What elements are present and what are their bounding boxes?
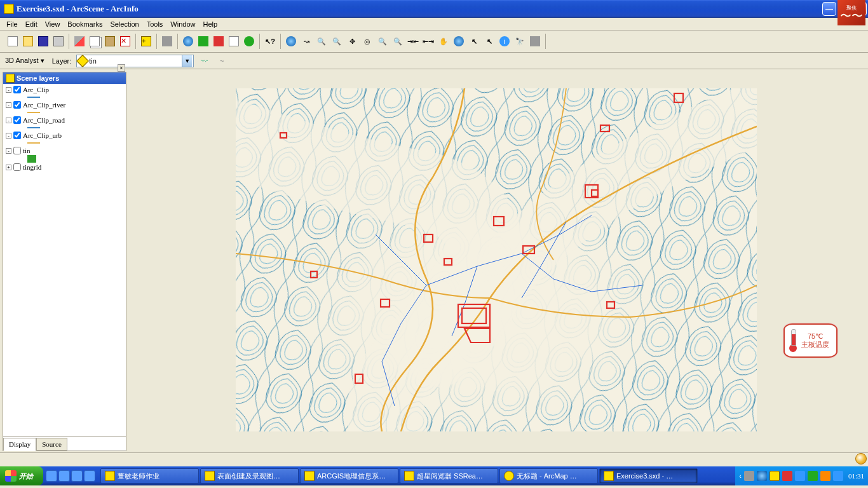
toc-layer-row[interactable]: -Arc_Clip_road (4, 116, 125, 125)
toc-layer-row[interactable]: -Arc_Clip_river (4, 100, 125, 109)
toc-close-button[interactable]: × (118, 64, 125, 72)
3d-green-button[interactable] (196, 34, 210, 48)
taskbar-item[interactable]: 超星阅览器 SSRea… (400, 468, 498, 484)
toc-tab-source[interactable]: Source (36, 438, 67, 451)
layer-checkbox[interactable] (13, 101, 21, 109)
fly-button[interactable]: ↝ (299, 34, 313, 48)
scene-viewport[interactable]: 75℃ 主板温度 (128, 69, 868, 452)
quick-launch-desktop-icon[interactable] (58, 470, 70, 482)
tray-icon-4[interactable] (782, 471, 792, 481)
menu-bookmarks[interactable]: Bookmarks (64, 19, 106, 29)
taskbar-item[interactable]: Exercise3.sxd - … (599, 468, 698, 484)
system-tray: ‹ 01:31 (735, 466, 868, 485)
copy-button[interactable] (88, 34, 102, 48)
scene-layers-icon (6, 74, 15, 83)
zoom-out-button[interactable]: 🔍 (330, 34, 344, 48)
select-features-button[interactable]: ↖ (482, 34, 496, 48)
scene-properties-button[interactable] (160, 34, 174, 48)
full-extent-button[interactable] (452, 34, 466, 48)
zoom-in-fixed-button[interactable]: 🔍 (376, 34, 390, 48)
3d-red-button[interactable] (212, 34, 226, 48)
layer-name: Arc_Clip_road (23, 116, 65, 124)
tray-icon-1[interactable] (744, 471, 754, 481)
navigate-button[interactable] (284, 34, 298, 48)
tray-volume-icon[interactable] (833, 471, 843, 481)
toc-layer-row[interactable]: -Arc_Clip (4, 85, 125, 94)
toc-panel: × Scene layers -Arc_Clip-Arc_Clip_river-… (3, 72, 126, 451)
layer-checkbox[interactable] (13, 147, 21, 154)
toc-layer-row[interactable]: -tin (4, 146, 125, 155)
zoom-out-fixed-button[interactable]: 🔍 (391, 34, 405, 48)
expand-toggle[interactable]: - (6, 148, 11, 154)
layer-name: Arc_Clip (23, 86, 49, 93)
quick-launch-icon-3[interactable] (71, 470, 83, 482)
taskbar-item[interactable]: ARCGIS地理信息系… (300, 468, 398, 484)
chevron-down-icon[interactable]: ▼ (182, 55, 192, 67)
tray-icon-3[interactable] (770, 471, 780, 481)
layer-legend-swatch (27, 140, 125, 146)
menu-window[interactable]: Window (166, 19, 199, 29)
layer-combobox[interactable]: tin ▼ (76, 55, 194, 67)
minimize-button[interactable]: — (822, 2, 836, 16)
menu-file[interactable]: File (3, 19, 22, 29)
toolbar-main: ✕ + ↖? ↝ 🔍 🔍 ✥ ◎ 🔍 🔍 ⇥⇤ ⇤⇥ ✋ ↖ ↖ i 🔭 (0, 30, 868, 53)
taskbar-item[interactable]: 董敏老师作业 (100, 468, 199, 484)
find-button[interactable]: 🔭 (513, 34, 527, 48)
tray-icon-6[interactable] (808, 471, 818, 481)
expand-toggle[interactable]: - (6, 133, 11, 139)
taskbar: 开始 董敏老师作业表面创建及景观图…ARCGIS地理信息系…超星阅览器 SSRe… (0, 466, 868, 485)
geoprocessing-button[interactable] (242, 34, 256, 48)
identify-button[interactable]: i (498, 34, 512, 48)
layer-checkbox[interactable] (13, 86, 21, 93)
pan-button[interactable]: ✋ (437, 34, 451, 48)
tray-expand-icon[interactable]: ‹ (739, 472, 742, 480)
zoom-in-button[interactable]: 🔍 (315, 34, 329, 48)
tray-network-icon[interactable] (757, 471, 767, 481)
tray-clock[interactable]: 01:31 (846, 472, 864, 480)
measure-button[interactable] (528, 34, 542, 48)
narrow-fov-button[interactable]: ⇥⇤ (406, 34, 420, 48)
tools-window-button[interactable] (227, 34, 241, 48)
menu-help[interactable]: Help (199, 19, 221, 29)
expand-toggle[interactable]: - (6, 118, 11, 123)
save-button[interactable] (36, 34, 50, 48)
toc-title: Scene layers (17, 74, 59, 82)
menu-edit[interactable]: Edit (22, 19, 41, 29)
globe-button[interactable] (181, 34, 195, 48)
steepest-path-button[interactable]: ~ (215, 54, 229, 68)
layer-checkbox[interactable] (13, 116, 21, 124)
toc-tab-display[interactable]: Display (3, 438, 36, 451)
expand-toggle[interactable]: + (6, 165, 11, 170)
tray-icon-7[interactable] (820, 471, 831, 481)
menu-selection[interactable]: Selection (106, 19, 142, 29)
widen-fov-button[interactable]: ⇤⇥ (421, 34, 435, 48)
map-canvas[interactable] (236, 88, 757, 431)
layer-checkbox[interactable] (13, 132, 21, 139)
expand-toggle[interactable]: - (6, 87, 11, 93)
expand-toggle[interactable]: - (6, 102, 11, 108)
taskbar-item[interactable]: 表面创建及景观图… (200, 468, 299, 484)
tray-icon-5[interactable] (795, 471, 805, 481)
center-button[interactable]: ✥ (345, 34, 359, 48)
toc-layer-row[interactable]: +tingrid (4, 163, 125, 172)
menu-tools[interactable]: Tools (143, 19, 167, 29)
select-graphics-button[interactable]: ↖ (467, 34, 481, 48)
new-button[interactable] (6, 34, 20, 48)
print-button[interactable] (51, 34, 65, 48)
cut-button[interactable] (72, 34, 86, 48)
delete-button[interactable]: ✕ (118, 34, 132, 48)
start-button[interactable]: 开始 (0, 466, 43, 485)
layer-checkbox[interactable] (13, 163, 21, 171)
quick-launch-ie-icon[interactable] (46, 470, 57, 482)
menu-view[interactable]: View (41, 19, 64, 29)
create-contour-button[interactable]: 〰 (197, 54, 211, 68)
3d-analyst-menu[interactable]: 3D Analyst ▾ (3, 55, 47, 66)
paste-button[interactable] (103, 34, 117, 48)
help-pointer-button[interactable]: ↖? (263, 34, 277, 48)
open-button[interactable] (21, 34, 35, 48)
taskbar-item[interactable]: 无标题 - ArcMap … (499, 468, 598, 484)
toc-layer-row[interactable]: -Arc_Clip_urb (4, 131, 125, 140)
zoom-target-button[interactable]: ◎ (360, 34, 374, 48)
add-data-button[interactable]: + (139, 34, 153, 48)
quick-launch-icon-4[interactable] (84, 470, 95, 482)
